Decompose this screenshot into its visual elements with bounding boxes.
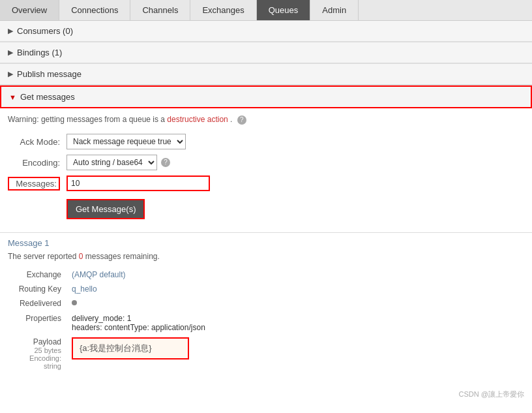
payload-bytes: 25 bytes [13, 346, 61, 354]
get-messages-arrow-icon: ▼ [9, 93, 16, 101]
bindings-section-header[interactable]: ▶ Bindings (1) [0, 42, 532, 63]
payload-label-block: Payload 25 bytes Encoding: string [13, 337, 61, 370]
status-after: messages remaining. [85, 252, 160, 261]
ack-mode-select[interactable]: Nack message requeue true Ack message re… [66, 134, 186, 149]
exchange-row: Exchange (AMQP default) [8, 268, 524, 282]
status-before: The server reported [8, 252, 76, 261]
encoding-label: Encoding: [8, 158, 60, 168]
tab-connections[interactable]: Connections [59, 0, 130, 20]
status-count: 0 [79, 252, 83, 261]
consumers-section-header[interactable]: ▶ Consumers (0) [0, 21, 532, 42]
tab-exchanges[interactable]: Exchanges [190, 0, 256, 20]
routing-key-value: q_hello [66, 282, 524, 296]
get-messages-button-row: Get Message(s) [8, 196, 524, 219]
properties-label: Properties [8, 311, 66, 335]
payload-label-cell: Payload 25 bytes Encoding: string [8, 335, 66, 373]
properties-delivery: delivery_mode: 1 [72, 314, 519, 323]
get-messages-section-header[interactable]: ▼ Get messages [0, 85, 532, 108]
exchange-value: (AMQP default) [66, 268, 524, 282]
properties-row: Properties delivery_mode: 1 headers: con… [8, 311, 524, 335]
warning-link[interactable]: destructive action [167, 115, 228, 124]
redelivered-label: Redelivered [8, 296, 66, 311]
message-details-table: Exchange (AMQP default) Routing Key q_he… [8, 268, 524, 373]
message-status: The server reported 0 messages remaining… [8, 252, 524, 261]
warning-help-icon[interactable]: ? [237, 115, 246, 125]
properties-value: delivery_mode: 1 headers: contentType: a… [66, 311, 524, 335]
warning-text-before: Warning: getting messages from a queue i… [8, 115, 165, 124]
payload-value-cell: {a:我是控制台消息} [66, 335, 524, 373]
publish-section-header[interactable]: ▶ Publish message [0, 64, 532, 85]
consumers-label: Consumers (0) [17, 26, 73, 36]
message-title: Message 1 [8, 238, 524, 248]
routing-key-row: Routing Key q_hello [8, 282, 524, 296]
payload-row: Payload 25 bytes Encoding: string {a:我是控… [8, 335, 524, 373]
routing-key-link[interactable]: q_hello [72, 284, 97, 294]
message-result: Message 1 The server reported 0 messages… [0, 233, 532, 384]
properties-headers: headers: contentType: application/json [72, 323, 519, 332]
payload-encoding: Encoding: string [13, 354, 61, 370]
tab-queues[interactable]: Queues [257, 0, 311, 20]
encoding-select[interactable]: Auto string / base64 base64 [66, 155, 157, 170]
tab-overview[interactable]: Overview [0, 0, 59, 20]
encoding-row: Encoding: Auto string / base64 base64 ? [8, 155, 524, 170]
get-messages-form: Ack Mode: Nack message requeue true Ack … [0, 129, 532, 232]
messages-input[interactable] [66, 176, 210, 191]
messages-label: Messages: [8, 177, 60, 191]
warning-text-after: . [230, 115, 232, 124]
publish-arrow-icon: ▶ [8, 70, 13, 78]
tab-admin[interactable]: Admin [310, 0, 359, 20]
redelivered-row: Redelivered [8, 296, 524, 311]
bindings-label: Bindings (1) [17, 48, 62, 57]
get-messages-label: Get messages [20, 92, 75, 102]
bindings-arrow-icon: ▶ [8, 48, 13, 57]
consumers-arrow-icon: ▶ [8, 27, 13, 35]
redelivered-value [66, 296, 524, 311]
payload-label: Payload [13, 337, 61, 346]
messages-row: Messages: [8, 176, 524, 191]
exchange-link[interactable]: (AMQP default) [72, 270, 125, 279]
encoding-help-icon[interactable]: ? [161, 158, 170, 167]
routing-key-label: Routing Key [8, 282, 66, 296]
ack-mode-row: Ack Mode: Nack message requeue true Ack … [8, 134, 524, 149]
main-content: ▶ Consumers (0) ▶ Bindings (1) ▶ Publish… [0, 21, 532, 405]
watermark: CSDN @讓上帝愛你 [0, 384, 532, 405]
exchange-label: Exchange [8, 268, 66, 282]
get-messages-button[interactable]: Get Message(s) [66, 199, 145, 219]
nav-tabs: Overview Connections Channels Exchanges … [0, 0, 532, 21]
payload-content: {a:我是控制台消息} [72, 337, 189, 359]
redelivered-circle-icon [72, 300, 77, 305]
publish-label: Publish message [17, 69, 81, 79]
ack-mode-label: Ack Mode: [8, 137, 60, 147]
tab-channels[interactable]: Channels [130, 0, 190, 20]
warning-message: Warning: getting messages from a queue i… [0, 108, 532, 129]
